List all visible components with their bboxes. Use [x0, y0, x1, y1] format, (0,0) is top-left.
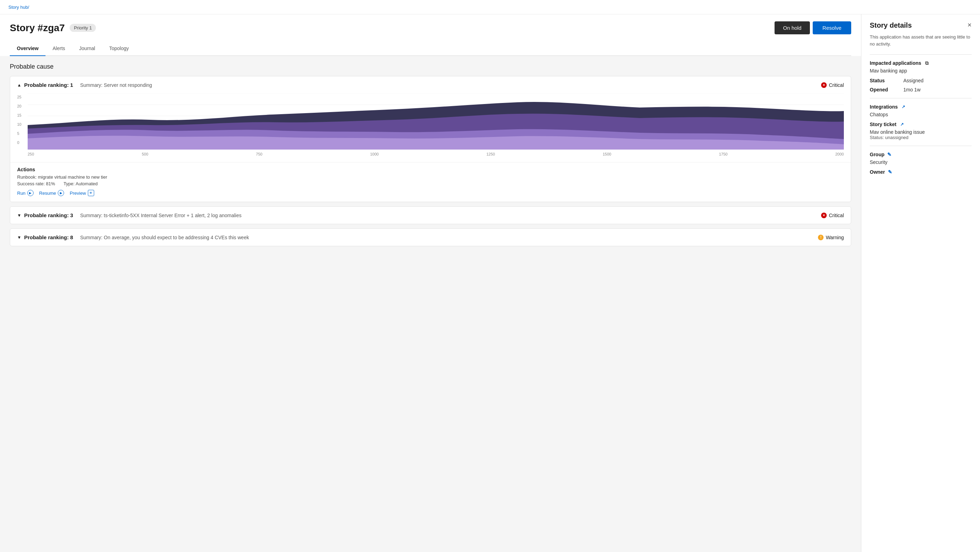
edit-icon-group[interactable]: ✎	[887, 152, 891, 157]
story-ticket-title: Mav online banking issue	[870, 129, 972, 135]
run-button[interactable]: Run ▶	[17, 190, 33, 196]
story-header: Story #zga7 Priority 1 On hold Resolve O…	[0, 14, 861, 56]
page-content: Probable cause ▲ Probable ranking: 1 Sum…	[0, 56, 861, 552]
sidebar-description: This application has assets that are see…	[870, 34, 972, 47]
critical-icon-3	[821, 212, 827, 218]
status-value: Assigned	[904, 78, 924, 83]
ranking-card-3: ▼ Probable ranking: 3 Summary: ts-ticket…	[10, 206, 851, 224]
chart-area-1: 25 20 15 10 5 0	[10, 94, 851, 162]
actions-meta: Success rate: 81% Type: Automated	[17, 181, 844, 186]
tabs-row: Overview Alerts Journal Topology	[10, 41, 851, 56]
preview-button[interactable]: Preview 👁	[70, 190, 94, 196]
story-ticket-label: Story ticket ↗	[870, 121, 972, 127]
resume-button[interactable]: Resume ▶	[39, 190, 64, 196]
actions-section: Actions Runbook: migrate virtual machine…	[10, 162, 851, 202]
external-link-icon-integrations[interactable]: ↗	[900, 104, 906, 110]
critical-icon-1	[821, 82, 827, 88]
external-link-icon-ticket[interactable]: ↗	[899, 121, 905, 127]
ranking-severity-3: Critical	[821, 212, 844, 218]
story-title: Story #zga7	[10, 22, 65, 34]
impacted-applications-value: Mav banking app	[870, 68, 972, 73]
right-sidebar: × Story details This application has ass…	[861, 14, 980, 552]
area-chart	[28, 94, 844, 150]
runbook-info: Runbook: migrate virtual machine to new …	[17, 174, 844, 180]
ranking-toggle-3[interactable]: ▼ Probable ranking: 3	[17, 212, 73, 218]
on-hold-button[interactable]: On hold	[775, 21, 810, 34]
close-button[interactable]: ×	[967, 21, 972, 29]
priority-badge: Priority 1	[70, 24, 96, 32]
preview-label: Preview	[70, 191, 86, 196]
severity-label-1: Critical	[829, 82, 844, 88]
breadcrumb-link[interactable]: Story hub/	[8, 5, 29, 10]
x-axis-labels: 250 500 750 1000 1250 1500 1750 2000	[17, 151, 844, 156]
main-layout: Story #zga7 Priority 1 On hold Resolve O…	[0, 14, 980, 552]
ranking-severity-8: Warning	[818, 235, 844, 240]
resolve-button[interactable]: Resolve	[813, 21, 851, 34]
chevron-down-icon-8: ▼	[17, 235, 21, 240]
story-title-row: Story #zga7 Priority 1 On hold Resolve	[10, 21, 851, 34]
ranking-severity-1: Critical	[821, 82, 844, 88]
divider-3	[870, 146, 972, 146]
owner-label: Owner ✎	[870, 169, 972, 175]
divider-1	[870, 54, 972, 55]
ranking-label-1: Probable ranking: 1	[24, 82, 73, 88]
ranking-header-3: ▼ Probable ranking: 3 Summary: ts-ticket…	[10, 207, 851, 224]
integrations-label: Integrations ↗	[870, 104, 972, 110]
ranking-summary-1: Summary: Server not responding	[80, 82, 814, 88]
play-icon-run: ▶	[27, 190, 33, 196]
ranking-toggle-1[interactable]: ▲ Probable ranking: 1	[17, 82, 73, 88]
ranking-header-1: ▲ Probable ranking: 1 Summary: Server no…	[10, 77, 851, 94]
resume-label: Resume	[39, 191, 56, 196]
play-icon-resume: ▶	[58, 190, 64, 196]
group-label: Group ✎	[870, 152, 972, 157]
status-label: Status	[870, 78, 898, 83]
ranking-toggle-8[interactable]: ▼ Probable ranking: 8	[17, 235, 73, 240]
impacted-applications-label: Impacted applications ⧉	[870, 60, 972, 66]
actions-buttons: Run ▶ Resume ▶ Preview 👁	[17, 190, 844, 196]
ranking-label-8: Probable ranking: 8	[24, 235, 73, 240]
tab-alerts[interactable]: Alerts	[46, 41, 72, 56]
ranking-label-3: Probable ranking: 3	[24, 212, 73, 218]
chart-wrapper-1: 25 20 15 10 5 0	[17, 94, 844, 156]
probable-cause-title: Probable cause	[10, 63, 851, 70]
status-row: Status Assigned	[870, 78, 972, 83]
ranking-card-1: ▲ Probable ranking: 1 Summary: Server no…	[10, 76, 851, 202]
tab-topology[interactable]: Topology	[102, 41, 136, 56]
ranking-card-8: ▼ Probable ranking: 8 Summary: On averag…	[10, 228, 851, 246]
divider-2	[870, 98, 972, 99]
warning-icon-8	[818, 235, 824, 240]
success-rate: Success rate: 81%	[17, 181, 55, 186]
opened-row: Opened 1mo 1w	[870, 87, 972, 93]
action-type: Type: Automated	[64, 181, 98, 186]
breadcrumb-bar: Story hub/	[0, 0, 980, 14]
edit-icon-owner[interactable]: ✎	[888, 169, 892, 175]
sidebar-title: Story details	[870, 21, 972, 29]
tab-journal[interactable]: Journal	[72, 41, 102, 56]
integrations-value: Chatops	[870, 112, 972, 117]
eye-icon: 👁	[88, 190, 94, 196]
actions-title: Actions	[17, 167, 844, 172]
opened-label: Opened	[870, 87, 898, 93]
y-axis-labels: 25 20 15 10 5 0	[17, 94, 21, 146]
content-area: Story #zga7 Priority 1 On hold Resolve O…	[0, 14, 861, 552]
chevron-up-icon: ▲	[17, 83, 21, 88]
story-title-left: Story #zga7 Priority 1	[10, 22, 96, 34]
severity-label-8: Warning	[826, 235, 844, 240]
story-ticket-status: Status: unassigned	[870, 135, 972, 140]
ranking-header-8: ▼ Probable ranking: 8 Summary: On averag…	[10, 229, 851, 246]
ranking-summary-3: Summary: ts-ticketinfo-5XX Internal Serv…	[80, 212, 814, 218]
run-label: Run	[17, 191, 25, 196]
opened-value: 1mo 1w	[904, 87, 921, 93]
header-actions: On hold Resolve	[775, 21, 851, 34]
copy-icon[interactable]: ⧉	[924, 60, 930, 66]
severity-label-3: Critical	[829, 212, 844, 218]
group-value: Security	[870, 160, 972, 165]
ranking-summary-8: Summary: On average, you should expect t…	[80, 235, 811, 240]
chevron-down-icon-3: ▼	[17, 213, 21, 218]
tab-overview[interactable]: Overview	[10, 41, 46, 56]
